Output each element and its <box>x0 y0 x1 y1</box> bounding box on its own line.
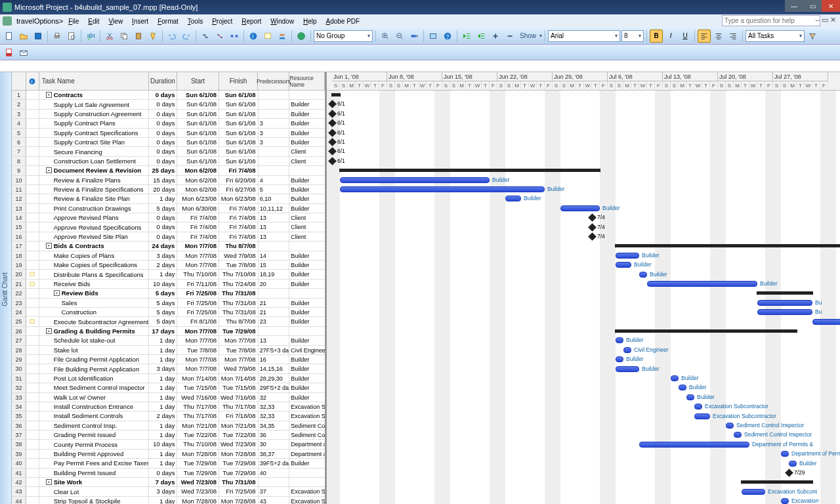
row-number[interactable]: 2 <box>12 100 26 108</box>
start-cell[interactable]: Mon 7/7/08 <box>177 336 219 345</box>
row-number[interactable]: 30 <box>12 364 26 373</box>
task-bar[interactable] <box>340 186 545 192</box>
table-row[interactable]: 42-Site Work7 daysWed 7/23/08Thu 7/31/08 <box>12 478 325 487</box>
summary-bar[interactable] <box>340 169 600 172</box>
start-cell[interactable]: Tue 7/15/08 <box>177 383 219 392</box>
table-row[interactable]: 2Supply Lot Sale Agreement0 daysSun 6/1/… <box>12 100 325 109</box>
task-name-cell[interactable]: -Site Work <box>39 478 149 486</box>
predecessors-cell[interactable] <box>259 100 290 108</box>
resource-cell[interactable] <box>289 289 325 297</box>
duration-cell[interactable]: 0 days <box>149 91 178 99</box>
align-center-icon[interactable] <box>712 30 725 43</box>
task-name-cell[interactable]: Approve Revised Specifications <box>39 222 149 231</box>
start-cell[interactable]: Sun 6/1/08 <box>177 157 219 165</box>
entry-bar[interactable] <box>0 60 840 72</box>
row-number[interactable]: 40 <box>12 459 26 467</box>
resource-cell[interactable]: Builder <box>289 280 325 288</box>
finish-cell[interactable]: Wed 7/9/08 <box>219 251 259 260</box>
resource-cell[interactable]: Excavation Subc <box>289 402 325 411</box>
start-cell[interactable]: Sun 6/1/08 <box>177 147 219 156</box>
finish-cell[interactable]: Fri 6/20/08 <box>219 176 259 184</box>
resource-cell[interactable]: Client <box>289 147 325 156</box>
resource-cell[interactable]: Builder <box>289 364 325 373</box>
finish-cell[interactable]: Sun 6/1/08 <box>219 157 259 165</box>
finish-cell[interactable]: Tue 7/8/08 <box>219 346 259 354</box>
table-row[interactable]: 24Construction5 daysFri 7/25/08Thu 7/31/… <box>12 308 325 317</box>
duration-cell[interactable]: 1 day <box>149 336 178 345</box>
finish-cell[interactable]: Sun 6/1/08 <box>219 100 259 108</box>
predecessors-cell[interactable]: 14 <box>259 251 290 260</box>
table-row[interactable]: 37Grading Permit Issued1 dayTue 7/22/08T… <box>12 430 325 440</box>
task-name-cell[interactable]: Pay Permit Fees and Excise Taxes <box>39 459 149 467</box>
task-name-cell[interactable]: Meet Sediment Control Inspector <box>39 383 149 392</box>
predecessors-cell[interactable]: 36 <box>259 430 290 439</box>
predecessors-cell[interactable]: 38,37 <box>259 450 290 458</box>
milestone-marker[interactable] <box>588 213 597 222</box>
italic-icon[interactable]: I <box>664 30 677 43</box>
table-row[interactable]: 38County Permit Process10 daysThu 7/10/0… <box>12 440 325 449</box>
predecessors-cell[interactable]: 21 <box>259 308 290 316</box>
spell-check-icon[interactable]: abc <box>84 30 97 43</box>
task-bar[interactable] <box>781 498 789 504</box>
predecessors-cell[interactable]: 34,35 <box>259 421 290 430</box>
summary-bar[interactable] <box>616 244 840 247</box>
finish-cell[interactable]: Mon 7/14/08 <box>219 374 259 383</box>
font-select[interactable]: Arial▾ <box>548 30 620 42</box>
duration-cell[interactable]: 3 days <box>149 364 178 373</box>
pdf-convert-icon[interactable] <box>3 46 16 59</box>
finish-cell[interactable]: Tue 7/29/08 <box>219 469 259 477</box>
table-row[interactable]: 14Approve Revised Plans0 daysFri 7/4/08F… <box>12 213 325 222</box>
duration-cell[interactable]: 5 days <box>149 299 178 307</box>
menu-adobe-pdf[interactable]: Adobe PDF <box>322 16 364 26</box>
row-number[interactable]: 4 <box>12 119 26 127</box>
start-cell[interactable]: Fri 7/25/08 <box>178 308 220 316</box>
unlink-tasks-icon[interactable] <box>213 30 226 43</box>
duration-cell[interactable]: 0 days <box>149 147 178 156</box>
task-name-cell[interactable]: Walk Lot w/ Owner <box>39 393 149 402</box>
duration-cell[interactable]: 10 days <box>149 280 178 288</box>
start-cell[interactable]: Mon 7/7/08 <box>177 242 219 250</box>
task-name-cell[interactable]: File Building Permit Application <box>39 364 149 373</box>
predecessors-cell[interactable] <box>259 157 290 165</box>
duration-cell[interactable]: 5 days <box>149 289 178 297</box>
start-cell[interactable]: Mon 6/30/08 <box>177 204 219 213</box>
row-number[interactable]: 14 <box>12 213 26 222</box>
task-name-cell[interactable]: Supply Construction Agreement <box>39 110 149 118</box>
start-cell[interactable]: Mon 7/7/08 <box>177 251 219 260</box>
row-number[interactable]: 10 <box>12 176 26 184</box>
finish-cell[interactable]: Mon 6/23/08 <box>219 194 259 203</box>
row-number[interactable]: 17 <box>12 242 26 250</box>
row-number[interactable]: 37 <box>12 430 26 439</box>
start-cell[interactable]: Fri 7/4/08 <box>177 213 219 222</box>
row-number[interactable]: 12 <box>12 194 26 203</box>
start-cell[interactable]: Thu 7/17/08 <box>177 402 219 411</box>
finish-cell[interactable]: Mon 7/7/08 <box>219 355 259 364</box>
start-cell[interactable]: Mon 7/7/08 <box>177 355 219 364</box>
predecessors-cell[interactable]: 37 <box>259 487 290 495</box>
start-cell[interactable]: Sun 6/1/08 <box>177 110 219 118</box>
task-name-cell[interactable]: Building Permit Approved <box>39 450 149 458</box>
task-name-cell[interactable]: -Bids & Contracts <box>39 242 149 250</box>
duration-cell[interactable]: 1 day <box>149 421 178 430</box>
finish-cell[interactable]: Thu 8/7/08 <box>219 242 259 250</box>
col-predecessors[interactable]: Predecessors <box>258 72 289 90</box>
task-name-cell[interactable]: Supply Contract Site Plan <box>39 138 149 146</box>
resource-cell[interactable] <box>289 478 325 486</box>
row-number[interactable]: 35 <box>12 411 26 420</box>
predecessors-cell[interactable]: 18,19 <box>259 270 290 278</box>
duration-cell[interactable]: 20 days <box>149 185 178 194</box>
finish-cell[interactable]: Wed 7/9/08 <box>219 364 259 373</box>
predecessors-cell[interactable]: 40 <box>259 469 290 477</box>
start-cell[interactable]: Fri 7/25/08 <box>177 289 219 297</box>
task-bar[interactable] <box>639 272 647 278</box>
duration-cell[interactable]: 0 days <box>149 100 178 108</box>
indent-icon[interactable] <box>474 30 488 43</box>
duration-cell[interactable]: 0 days <box>149 138 178 146</box>
duration-cell[interactable]: 25 days <box>149 166 178 175</box>
predecessors-cell[interactable]: 29FS+2 days,28, <box>259 383 290 392</box>
cut-icon[interactable] <box>103 30 116 43</box>
resource-cell[interactable]: Builder <box>289 110 325 118</box>
finish-cell[interactable]: Fri 7/4/08 <box>219 204 259 213</box>
close-button[interactable]: ✕ <box>822 0 840 12</box>
table-row[interactable]: 43Clear Lot3 daysWed 7/23/08Fri 7/25/083… <box>12 487 325 496</box>
